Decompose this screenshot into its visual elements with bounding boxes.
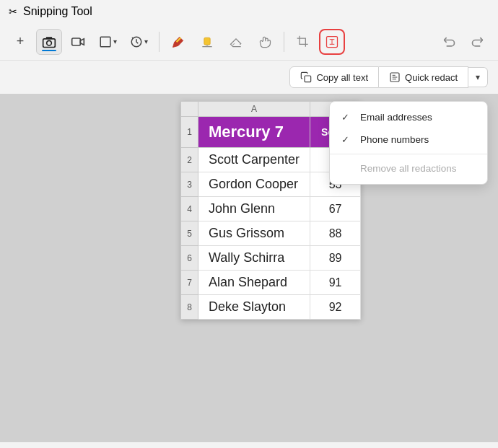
- score-cell: 89: [310, 246, 361, 271]
- mode-icon: [99, 35, 112, 48]
- name-cell: Deke Slayton: [198, 295, 310, 320]
- email-addresses-option[interactable]: ✓ Email addresses: [330, 106, 487, 128]
- chevron-down-icon: ▾: [476, 72, 480, 82]
- quick-redact-dropdown: ✓ Email addresses ✓ Phone numbers Remove…: [329, 101, 488, 185]
- app-title: Snipping Tool: [23, 5, 92, 18]
- video-icon: [71, 35, 85, 49]
- name-cell: Gus Grissom: [198, 221, 310, 246]
- corner-cell: [180, 102, 198, 117]
- touch-icon: [258, 35, 272, 49]
- touch-button[interactable]: [252, 29, 278, 55]
- eraser-icon: [229, 35, 243, 49]
- toolbar-separator-2: [284, 32, 284, 52]
- email-check-icon: ✓: [341, 112, 353, 123]
- plus-icon: +: [17, 34, 25, 49]
- remove-all-redactions-label: Remove all redactions: [360, 163, 457, 174]
- title-bar: ✂ Snipping Tool: [0, 0, 498, 23]
- name-cell: Wally Schirra: [198, 246, 310, 271]
- action-bar: Copy all text Quick redact ▾: [0, 61, 498, 94]
- score-cell: 91: [310, 271, 361, 295]
- svg-rect-3: [100, 37, 110, 47]
- svg-rect-8: [305, 76, 311, 82]
- toolbar-separator-1: [159, 32, 160, 52]
- email-addresses-label: Email addresses: [360, 112, 432, 123]
- video-button[interactable]: [65, 29, 91, 55]
- new-button[interactable]: +: [7, 29, 33, 55]
- phone-check-icon: ✓: [341, 134, 353, 145]
- pen-icon: [171, 35, 185, 49]
- quick-redact-label: Quick redact: [405, 72, 458, 83]
- name-cell: Gordon Cooper: [198, 172, 310, 197]
- row-number: 5: [180, 221, 198, 246]
- redact-icon: [389, 71, 401, 83]
- delay-chevron-icon: ▾: [144, 38, 148, 45]
- camera-button[interactable]: [36, 29, 62, 55]
- app-icon: ✂: [9, 6, 17, 17]
- row-number: 7: [180, 271, 198, 295]
- undo-icon: [442, 35, 456, 49]
- redo-button[interactable]: [465, 29, 491, 55]
- undo-button[interactable]: [436, 29, 462, 55]
- phone-numbers-option[interactable]: ✓ Phone numbers: [330, 128, 487, 151]
- highlighter-button[interactable]: [194, 29, 220, 55]
- quick-redact-chevron[interactable]: ▾: [468, 67, 488, 87]
- dropdown-separator: [330, 154, 487, 154]
- text-button[interactable]: [319, 29, 345, 55]
- mode-chevron-icon: ▾: [113, 38, 117, 45]
- score-cell: 88: [310, 221, 361, 246]
- row-number: 8: [180, 295, 198, 320]
- camera-icon: [42, 35, 56, 49]
- quick-redact-button[interactable]: Quick redact: [379, 66, 468, 88]
- name-cell: John Glenn: [198, 197, 310, 221]
- delay-button[interactable]: ▾: [125, 29, 153, 55]
- table-row: 6Wally Schirra89: [180, 246, 360, 271]
- row-number: 3: [180, 172, 198, 197]
- highlighter-icon: [200, 35, 214, 49]
- row-number: 4: [180, 197, 198, 221]
- mode-button[interactable]: ▾: [94, 29, 122, 55]
- table-row: 5Gus Grissom88: [180, 221, 360, 246]
- copy-icon: [300, 71, 312, 83]
- score-cell: 92: [310, 295, 361, 320]
- text-icon: [325, 35, 339, 49]
- redo-icon: [471, 35, 485, 49]
- table-row: 7Alan Shepard91: [180, 271, 360, 295]
- phone-numbers-label: Phone numbers: [360, 134, 429, 145]
- score-cell: 67: [310, 197, 361, 221]
- copy-all-text-label: Copy all text: [316, 72, 368, 83]
- name-cell: Alan Shepard: [198, 271, 310, 295]
- name-cell: Scott Carpenter: [198, 148, 310, 172]
- copy-all-text-button[interactable]: Copy all text: [289, 66, 379, 88]
- table-row: 4John Glenn67: [180, 197, 360, 221]
- row-number: 2: [180, 148, 198, 172]
- toolbar: + ▾ ▾: [0, 23, 498, 61]
- row-number: 1: [180, 117, 198, 148]
- pen-button[interactable]: [165, 29, 191, 55]
- crop-icon: [296, 35, 310, 49]
- crop-button[interactable]: [290, 29, 316, 55]
- header-name-cell: Mercury 7: [198, 117, 310, 148]
- table-row: 8Deke Slayton92: [180, 295, 360, 320]
- svg-point-1: [47, 40, 52, 45]
- delay-icon: [130, 35, 143, 48]
- svg-rect-6: [204, 38, 210, 45]
- svg-rect-2: [72, 38, 81, 45]
- remove-all-redactions-option[interactable]: Remove all redactions: [330, 157, 487, 180]
- col-header-a: A: [198, 102, 310, 117]
- eraser-button[interactable]: [223, 29, 249, 55]
- row-number: 6: [180, 246, 198, 271]
